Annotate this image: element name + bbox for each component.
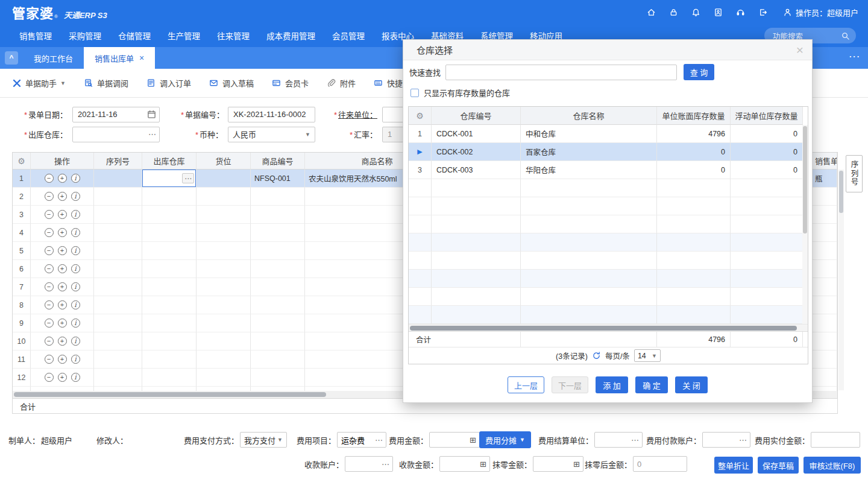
dialog-search-button[interactable]: 查 询 bbox=[684, 64, 714, 80]
toolbar-item-member-card[interactable]: 会员卡 bbox=[272, 77, 309, 89]
dialog-warehouse-row[interactable] bbox=[409, 179, 808, 197]
row-info-icon[interactable]: i bbox=[71, 228, 80, 237]
warehouse-edit-cell[interactable]: ⋯ bbox=[142, 170, 196, 187]
tab-sales-outbound[interactable]: 销售出库单 × bbox=[84, 47, 155, 69]
menu-item-5[interactable]: 成本费用管理 bbox=[266, 30, 315, 42]
fee-share-button[interactable]: 费用分摊 ▼ bbox=[479, 431, 531, 448]
row-info-icon[interactable]: i bbox=[71, 355, 80, 364]
row-plus-icon[interactable]: + bbox=[58, 373, 67, 382]
menu-item-2[interactable]: 仓储管理 bbox=[118, 30, 151, 42]
row-minus-icon[interactable]: − bbox=[45, 228, 54, 237]
dialog-close-icon[interactable]: × bbox=[796, 42, 804, 58]
currency-select[interactable]: 人民币 ▼ bbox=[228, 127, 315, 142]
menu-item-6[interactable]: 会员管理 bbox=[332, 30, 365, 42]
row-minus-icon[interactable]: − bbox=[45, 192, 54, 201]
row-info-icon[interactable]: i bbox=[71, 264, 80, 273]
scrollbar-thumb[interactable] bbox=[839, 171, 843, 213]
checkbox[interactable] bbox=[410, 89, 419, 97]
home-icon[interactable] bbox=[647, 7, 656, 17]
row-minus-icon[interactable]: − bbox=[45, 355, 54, 364]
row-plus-icon[interactable]: + bbox=[58, 210, 67, 219]
row-minus-icon[interactable]: − bbox=[45, 174, 54, 183]
gear-icon[interactable]: ⚙ bbox=[17, 156, 25, 166]
menu-item-3[interactable]: 生产管理 bbox=[168, 30, 200, 42]
dialog-vertical-scrollbar[interactable] bbox=[802, 125, 808, 324]
dialog-warehouse-row[interactable] bbox=[409, 197, 808, 215]
operator-info[interactable]: 操作员：超级用户 bbox=[783, 7, 858, 18]
row-info-icon[interactable]: i bbox=[71, 337, 80, 346]
row-info-icon[interactable]: i bbox=[71, 373, 80, 382]
customer-service-icon[interactable] bbox=[736, 7, 746, 17]
row-minus-icon[interactable]: − bbox=[45, 319, 54, 328]
calendar-icon[interactable] bbox=[147, 110, 156, 119]
stock-filter-checkbox[interactable]: 只显示有库存数量的仓库 bbox=[410, 87, 510, 98]
tab-workspace[interactable]: 我的工作台 bbox=[23, 47, 84, 69]
grid-settings-cell[interactable]: ⚙ bbox=[13, 153, 31, 170]
ellipsis-icon[interactable]: ⋯ bbox=[739, 436, 747, 445]
row-info-icon[interactable]: i bbox=[71, 210, 80, 219]
ellipsis-icon[interactable]: ⋯ bbox=[148, 130, 156, 139]
tab-close-icon[interactable]: × bbox=[139, 53, 144, 63]
dialog-warehouse-row[interactable]: 3CDCK-003华阳仓库00 bbox=[409, 161, 808, 179]
contacts-icon[interactable] bbox=[714, 7, 723, 17]
post-button[interactable]: 审核过账(F8) bbox=[804, 457, 861, 474]
ellipsis-icon[interactable]: ⋯ bbox=[631, 436, 639, 445]
close-button[interactable]: 关 闭 bbox=[675, 376, 708, 393]
menu-item-4[interactable]: 往来管理 bbox=[217, 30, 250, 42]
row-info-icon[interactable]: i bbox=[71, 300, 80, 309]
refresh-icon[interactable] bbox=[592, 351, 601, 360]
row-plus-icon[interactable]: + bbox=[58, 337, 67, 346]
row-plus-icon[interactable]: + bbox=[58, 319, 67, 328]
prev-level-button[interactable]: 上一层 bbox=[508, 376, 544, 393]
row-minus-icon[interactable]: − bbox=[45, 210, 54, 219]
row-plus-icon[interactable]: + bbox=[58, 192, 67, 201]
row-minus-icon[interactable]: − bbox=[45, 282, 54, 291]
row-plus-icon[interactable]: + bbox=[58, 355, 67, 364]
scrollbar-thumb[interactable] bbox=[14, 392, 326, 397]
row-info-icon[interactable]: i bbox=[71, 174, 80, 183]
warehouse-input[interactable] bbox=[72, 127, 160, 142]
grid-vertical-scrollbar[interactable] bbox=[838, 170, 844, 390]
toolbar-item-doc-in[interactable]: 调入订单 bbox=[146, 77, 191, 89]
ellipsis-button[interactable]: ⋯ bbox=[182, 173, 194, 183]
confirm-button[interactable]: 确 定 bbox=[635, 376, 668, 393]
calculator-icon[interactable]: ⊞ bbox=[573, 460, 580, 469]
calculator-icon[interactable]: ⊞ bbox=[470, 436, 476, 445]
dialog-warehouse-row[interactable] bbox=[409, 215, 808, 233]
serial-side-button[interactable]: 序列号 bbox=[846, 155, 863, 192]
row-minus-icon[interactable]: − bbox=[45, 373, 54, 382]
fee-pay-select[interactable]: 我方支付 ▼ bbox=[240, 432, 287, 448]
docno-input[interactable] bbox=[228, 107, 315, 122]
save-draft-button[interactable]: 保存草稿 bbox=[758, 457, 799, 474]
toolbar-item-assistant[interactable]: 单据助手▼ bbox=[12, 77, 66, 89]
dialog-settings-cell[interactable]: ⚙ bbox=[409, 107, 432, 125]
search-icon[interactable] bbox=[841, 31, 850, 40]
dialog-warehouse-row[interactable] bbox=[409, 233, 808, 252]
dialog-warehouse-row[interactable] bbox=[409, 270, 808, 288]
row-plus-icon[interactable]: + bbox=[58, 300, 67, 309]
bell-icon[interactable] bbox=[691, 7, 701, 17]
menu-item-0[interactable]: 销售管理 bbox=[19, 30, 52, 42]
row-info-icon[interactable]: i bbox=[71, 319, 80, 328]
row-plus-icon[interactable]: + bbox=[58, 282, 67, 291]
dialog-warehouse-row[interactable] bbox=[409, 252, 808, 270]
calculator-icon[interactable]: ⊞ bbox=[480, 460, 486, 469]
row-info-icon[interactable]: i bbox=[71, 282, 80, 291]
dialog-warehouse-row[interactable] bbox=[409, 306, 808, 324]
discount-button[interactable]: 整单折让 bbox=[714, 457, 753, 474]
row-info-icon[interactable]: i bbox=[71, 246, 80, 255]
add-button[interactable]: 添 加 bbox=[596, 376, 628, 393]
row-minus-icon[interactable]: − bbox=[45, 246, 54, 255]
row-minus-icon[interactable]: − bbox=[45, 300, 54, 309]
logout-icon[interactable] bbox=[758, 7, 768, 17]
toolbar-item-doc-view[interactable]: 单据调阅 bbox=[84, 77, 128, 89]
tab-more-icon[interactable]: ··· bbox=[849, 52, 861, 61]
dialog-warehouse-row[interactable]: 1CDCK-001中和仓库47960 bbox=[409, 125, 808, 143]
gear-icon[interactable]: ⚙ bbox=[416, 111, 424, 121]
row-info-icon[interactable]: i bbox=[71, 192, 80, 201]
row-plus-icon[interactable]: + bbox=[58, 228, 67, 237]
row-minus-icon[interactable]: − bbox=[45, 264, 54, 273]
row-plus-icon[interactable]: + bbox=[58, 174, 67, 183]
ellipsis-icon[interactable]: ⋯ bbox=[375, 436, 383, 445]
quick-find-input[interactable] bbox=[445, 65, 677, 80]
